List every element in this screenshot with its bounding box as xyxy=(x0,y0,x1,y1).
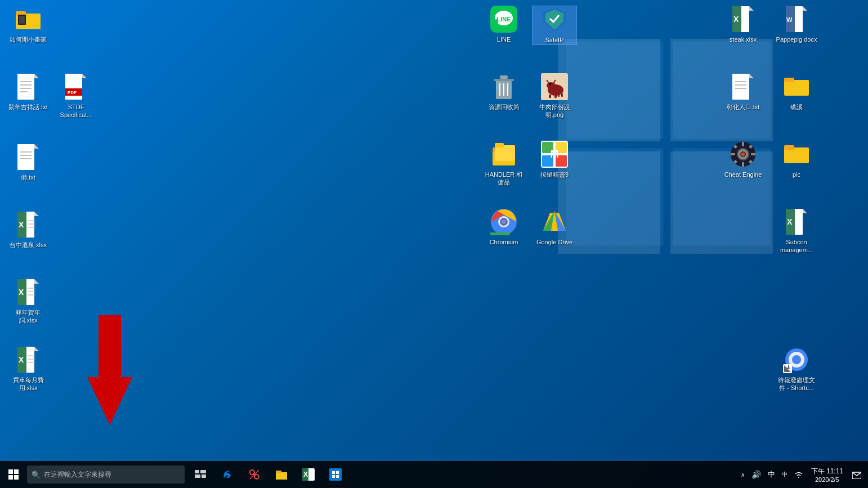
icon-label: LINE xyxy=(496,35,512,44)
svg-rect-144 xyxy=(276,471,281,473)
svg-rect-105 xyxy=(784,78,794,82)
svg-text:LINE: LINE xyxy=(496,16,511,23)
icon-hotkey9[interactable]: M 按鍵精靈9 xyxy=(532,141,577,179)
icon-label: Chromium xyxy=(489,238,520,247)
tray-volume[interactable]: 🔊 xyxy=(748,461,764,488)
svg-rect-137 xyxy=(195,474,200,478)
icon-label: 彰化人口.txt xyxy=(726,102,761,111)
icon-gdrive[interactable]: Google Drive xyxy=(532,208,577,247)
svg-text:X: X xyxy=(19,355,24,364)
tray-ime[interactable]: 中 xyxy=(778,461,791,488)
svg-text:X: X xyxy=(303,471,308,478)
svg-rect-11 xyxy=(19,16,25,24)
icon-steak-xlsx[interactable]: X steak.xlsx xyxy=(721,6,766,44)
icon-howto-folder[interactable]: 如何開小畫家 xyxy=(6,6,51,44)
svg-text:X: X xyxy=(19,288,24,297)
edge-button[interactable] xyxy=(214,461,241,488)
icon-pig-xlsx[interactable]: X 豬年賀年詞.xlsx xyxy=(6,279,51,325)
icon-label: 台中溫泉.xlsx xyxy=(8,240,48,249)
icon-pic-folder[interactable]: pic xyxy=(774,141,819,179)
svg-marker-19 xyxy=(82,74,87,78)
svg-rect-112 xyxy=(751,153,755,155)
excel-button[interactable]: X xyxy=(295,461,322,488)
taskbar-search[interactable]: 🔍 xyxy=(27,465,185,483)
task-view-button[interactable] xyxy=(187,461,214,488)
time-date-display[interactable]: 下午 11:11 2020/2/5 xyxy=(807,461,848,488)
notification-button[interactable] xyxy=(848,461,866,488)
svg-rect-65 xyxy=(554,95,557,98)
svg-rect-18 xyxy=(65,74,82,100)
icon-shortcut-doc[interactable]: 待報廢處理文件 - Shortc... xyxy=(774,346,819,393)
icon-rat-txt[interactable]: 鼠年吉祥話.txt xyxy=(6,73,51,111)
svg-rect-130 xyxy=(788,365,789,369)
tray-network[interactable] xyxy=(791,461,807,488)
icon-label: SafeIP xyxy=(544,35,565,44)
svg-rect-133 xyxy=(8,475,13,480)
icon-changhua-txt[interactable]: 彰化人口.txt xyxy=(721,73,766,111)
svg-point-85 xyxy=(502,220,506,224)
tray-language[interactable]: 中 xyxy=(764,461,778,488)
icon-handler[interactable]: HANDLER 和傭品 xyxy=(481,141,526,187)
icon-label: 按鍵精靈9 xyxy=(539,170,570,179)
icon-label: 豬年賀年詞.xlsx xyxy=(6,308,51,325)
start-button[interactable] xyxy=(0,461,27,488)
svg-rect-73 xyxy=(495,145,515,161)
icon-label: Cheat Engine xyxy=(723,170,763,179)
svg-rect-136 xyxy=(200,470,206,473)
search-input[interactable] xyxy=(44,471,179,478)
icon-recycle-bin[interactable]: 資源回收筒 xyxy=(481,73,526,111)
svg-marker-28 xyxy=(34,212,39,216)
svg-rect-56 xyxy=(494,79,514,81)
svg-point-139 xyxy=(250,470,254,474)
store-button[interactable] xyxy=(322,461,349,488)
snip-button[interactable] xyxy=(241,461,268,488)
svg-rect-22 xyxy=(17,144,34,170)
svg-rect-110 xyxy=(742,162,744,167)
icon-label: STDF Specificat... xyxy=(53,102,99,120)
svg-rect-74 xyxy=(495,143,504,147)
svg-marker-48 xyxy=(87,315,132,425)
icon-taichung-xlsx[interactable]: X 台中溫泉.xlsx xyxy=(6,211,51,249)
svg-point-126 xyxy=(792,355,801,364)
red-arrow xyxy=(79,315,141,430)
svg-marker-100 xyxy=(749,74,754,78)
taskbar-right: ∧ 🔊 中 中 下午 11:11 2020/2/5 xyxy=(737,461,868,488)
svg-rect-150 xyxy=(336,471,339,474)
icon-safeip[interactable]: SafeIP xyxy=(532,6,577,45)
svg-marker-42 xyxy=(34,347,39,351)
svg-rect-109 xyxy=(742,142,744,146)
tray-expand[interactable]: ∧ xyxy=(737,461,748,488)
svg-text:X: X xyxy=(733,15,739,24)
svg-marker-35 xyxy=(34,279,39,284)
icon-subcon-xlsx[interactable]: X Subcon managem... xyxy=(774,208,819,255)
icon-biao-txt[interactable]: 備.txt xyxy=(6,144,51,182)
icon-car-xlsx[interactable]: X 買車每月費用.xlsx xyxy=(6,346,51,393)
svg-rect-135 xyxy=(195,470,199,473)
icon-stone-folder[interactable]: 礁溪 xyxy=(774,73,819,111)
svg-point-63 xyxy=(547,82,556,89)
icon-line[interactable]: LINE LINE xyxy=(481,6,526,44)
svg-rect-66 xyxy=(558,93,560,97)
icon-label: 待報廢處理文件 - Shortc... xyxy=(774,375,819,393)
svg-marker-23 xyxy=(34,144,39,149)
icon-beef-png[interactable]: 牛肉部份說明.png xyxy=(532,73,577,120)
desktop: 如何開小畫家 鼠年吉祥話.txt PDF STDF Specifica xyxy=(0,0,868,461)
svg-point-140 xyxy=(254,474,259,479)
icon-label: 買車每月費用.xlsx xyxy=(6,375,51,393)
svg-text:X: X xyxy=(787,217,793,226)
icon-label: Google Drive xyxy=(535,238,574,247)
icon-stdf-pdf[interactable]: PDF STDF Specificat... xyxy=(53,73,99,120)
icon-label: Subcon managem... xyxy=(774,238,819,255)
svg-rect-132 xyxy=(14,469,19,474)
taskbar: 🔍 xyxy=(0,461,868,488)
svg-rect-119 xyxy=(784,145,794,150)
explorer-button[interactable] xyxy=(268,461,295,488)
icon-label: 資源回收筒 xyxy=(487,102,521,111)
icon-chromium[interactable]: Chromium xyxy=(481,208,526,247)
svg-rect-57 xyxy=(500,75,508,79)
svg-rect-149 xyxy=(332,471,335,474)
svg-rect-138 xyxy=(202,474,206,478)
icon-cheat-engine[interactable]: Cheat Engine xyxy=(721,141,766,179)
icon-pappe-docx[interactable]: W Pappepig.docx xyxy=(774,6,819,44)
svg-rect-152 xyxy=(336,475,339,478)
